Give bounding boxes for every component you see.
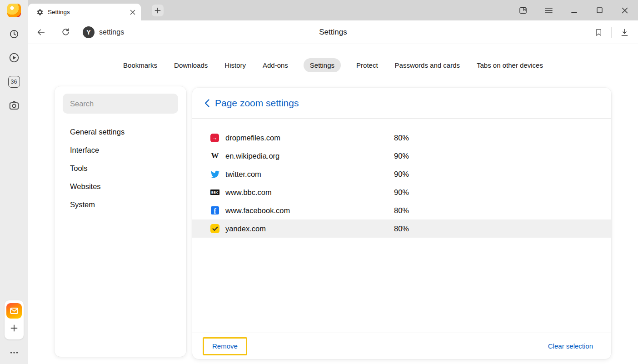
zoom-row-bbc[interactable]: BBC www.bbc.com 90% bbox=[192, 183, 611, 201]
tab-close-icon[interactable] bbox=[130, 10, 135, 15]
screenshot-camera-icon[interactable] bbox=[8, 99, 20, 112]
browser-toolbar: Y settings Settings bbox=[28, 20, 638, 44]
wikipedia-favicon: W bbox=[210, 151, 219, 160]
settings-search-box[interactable] bbox=[63, 94, 178, 114]
window-minimize-icon[interactable] bbox=[569, 5, 579, 15]
settings-page-content: Bookmarks Downloads History Add-ons Sett… bbox=[28, 45, 638, 364]
downloads-icon[interactable] bbox=[619, 27, 630, 38]
toolbar-divider bbox=[611, 27, 612, 38]
nav-tab-addons[interactable]: Add-ons bbox=[261, 58, 289, 72]
toolbar-right-actions bbox=[593, 20, 638, 44]
tab-counter-badge[interactable]: 36 bbox=[8, 75, 20, 88]
bookmark-flag-icon[interactable] bbox=[593, 27, 604, 38]
site-name: dropmefiles.com bbox=[225, 134, 388, 142]
window-controls bbox=[518, 0, 638, 20]
yandex-mail-app-icon[interactable] bbox=[6, 303, 22, 319]
zoom-card-footer: Remove Clear selection bbox=[192, 333, 611, 359]
page-title[interactable]: Page zoom settings bbox=[215, 98, 299, 109]
site-name: yandex.com bbox=[225, 224, 388, 233]
settings-sidebar-panel: General settings Interface Tools Website… bbox=[55, 86, 186, 357]
sidebar-item-websites[interactable]: Websites bbox=[55, 177, 186, 195]
remove-button-highlight: Remove bbox=[203, 337, 247, 355]
window-close-icon[interactable] bbox=[620, 5, 630, 15]
history-clock-icon[interactable] bbox=[8, 28, 20, 40]
zoom-row-twitter[interactable]: twitter.com 90% bbox=[192, 165, 611, 183]
profile-avatar[interactable] bbox=[7, 4, 21, 17]
site-name: www.bbc.com bbox=[225, 188, 388, 197]
site-name: twitter.com bbox=[225, 170, 388, 179]
site-name: en.wikipedia.org bbox=[225, 152, 388, 160]
add-app-plus-icon[interactable] bbox=[8, 322, 20, 334]
page-zoom-header: Page zoom settings bbox=[192, 88, 611, 119]
gear-icon bbox=[36, 9, 44, 16]
zoom-row-dropmefiles[interactable]: → dropmefiles.com 80% bbox=[192, 129, 611, 147]
dropmefiles-favicon: → bbox=[210, 134, 219, 142]
search-input[interactable] bbox=[63, 100, 178, 108]
zoom-rows-list: → dropmefiles.com 80% W en.wikipedia.org… bbox=[192, 129, 611, 238]
zoom-row-yandex-selected[interactable]: yandex.com 80% bbox=[192, 219, 611, 238]
active-browser-tab[interactable]: Settings bbox=[28, 4, 141, 20]
bbc-letters: BBC bbox=[210, 189, 219, 195]
arrow-glyph: → bbox=[212, 135, 218, 141]
remove-button[interactable]: Remove bbox=[212, 342, 238, 350]
row-checkbox-checked[interactable] bbox=[210, 224, 219, 233]
facebook-favicon: f bbox=[210, 206, 219, 215]
sidebar-item-tools[interactable]: Tools bbox=[55, 159, 186, 177]
zoom-value: 90% bbox=[394, 152, 611, 160]
back-arrow-icon[interactable] bbox=[35, 27, 46, 38]
clear-selection-link[interactable]: Clear selection bbox=[548, 342, 593, 350]
sidebar-panel-icon[interactable] bbox=[518, 5, 528, 15]
window-maximize-icon[interactable] bbox=[594, 5, 604, 15]
nav-tab-history[interactable]: History bbox=[223, 58, 247, 72]
site-name: www.facebook.com bbox=[225, 206, 388, 215]
browser-tab-strip: Settings bbox=[28, 0, 638, 20]
zoom-row-wikipedia[interactable]: W en.wikipedia.org 90% bbox=[192, 147, 611, 165]
new-tab-button[interactable] bbox=[152, 5, 164, 16]
tab-title: Settings bbox=[48, 9, 130, 15]
reload-icon[interactable] bbox=[60, 27, 71, 38]
settings-sections-list: General settings Interface Tools Website… bbox=[55, 123, 186, 214]
favicon-letter: Y bbox=[86, 29, 90, 36]
nav-tab-bookmarks[interactable]: Bookmarks bbox=[122, 58, 159, 72]
nav-tab-settings[interactable]: Settings bbox=[304, 58, 341, 72]
zoom-row-facebook[interactable]: f www.facebook.com 80% bbox=[192, 201, 611, 219]
page-zoom-settings-card: Page zoom settings → dropmefiles.com 80%… bbox=[192, 88, 611, 359]
twitter-favicon bbox=[210, 170, 219, 179]
nav-tab-passwords[interactable]: Passwords and cards bbox=[394, 58, 461, 72]
sidebar-item-interface[interactable]: Interface bbox=[55, 141, 186, 159]
facebook-letter: f bbox=[211, 206, 219, 214]
settings-nav-tabs: Bookmarks Downloads History Add-ons Sett… bbox=[28, 58, 638, 72]
nav-tab-downloads[interactable]: Downloads bbox=[173, 58, 209, 72]
sidebar-item-general-settings[interactable]: General settings bbox=[55, 123, 186, 141]
menu-hamburger-icon[interactable] bbox=[543, 5, 553, 15]
more-options-dots-icon[interactable] bbox=[8, 346, 20, 359]
nav-tab-other-devices[interactable]: Tabs on other devices bbox=[475, 58, 544, 72]
address-bar-text[interactable]: settings bbox=[99, 28, 124, 36]
zoom-value: 90% bbox=[394, 170, 611, 179]
yandex-favicon: Y bbox=[83, 26, 95, 38]
left-sidebar-rail: 36 bbox=[0, 0, 28, 364]
zoom-value: 80% bbox=[394, 134, 611, 142]
zoom-value: 90% bbox=[394, 188, 611, 197]
open-tabs-count: 36 bbox=[8, 76, 20, 88]
back-chevron-icon[interactable] bbox=[204, 99, 210, 108]
play-video-icon[interactable] bbox=[8, 51, 20, 64]
nav-tab-protect[interactable]: Protect bbox=[355, 58, 379, 72]
sidebar-item-system[interactable]: System bbox=[55, 195, 186, 214]
zoom-value: 80% bbox=[394, 206, 611, 215]
zoom-value: 80% bbox=[394, 224, 611, 233]
bbc-favicon: BBC bbox=[210, 188, 219, 197]
